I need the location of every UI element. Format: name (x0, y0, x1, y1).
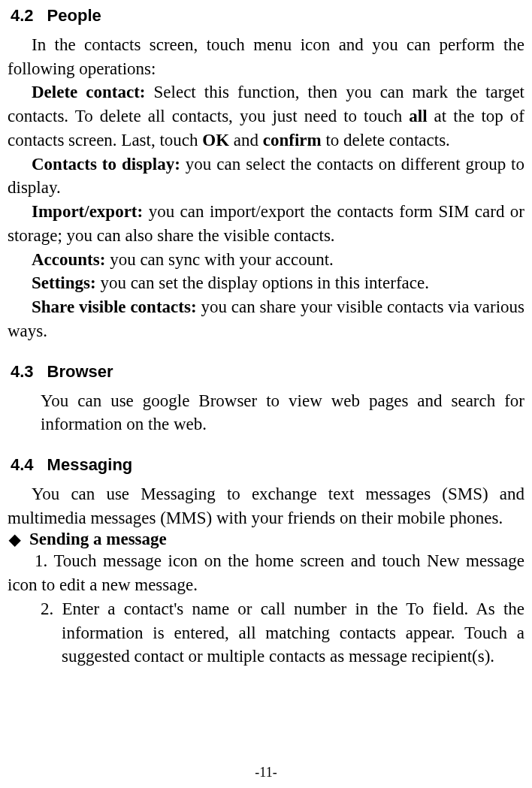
step-2-text: Enter a contact's name or call number in… (62, 599, 524, 666)
import-export-label: Import/export: (32, 202, 143, 221)
settings-paragraph: Settings: you can set the display option… (8, 271, 524, 295)
accounts-label: Accounts: (32, 250, 105, 269)
settings-text: you can set the display options in this … (96, 273, 429, 292)
delete-bold-all: all (409, 107, 427, 125)
section-4-3-title: Browser (47, 362, 113, 381)
section-4-3-number: 4.3 (11, 362, 34, 382)
step-2-paragraph: 2. Enter a contact's name or call number… (8, 597, 524, 669)
settings-label: Settings: (32, 273, 96, 292)
share-visible-paragraph: Share visible contacts: you can share yo… (8, 295, 524, 343)
section-4-2-heading: 4.2People (8, 6, 524, 26)
section-4-2-number: 4.2 (11, 6, 34, 26)
step-1-text: Touch message icon on the home screen an… (8, 551, 524, 594)
section-4-4-heading: 4.4Messaging (8, 455, 524, 475)
share-visible-label: Share visible contacts: (32, 297, 197, 316)
delete-text-4: to delete contacts. (322, 131, 450, 149)
accounts-text: you can sync with your account. (105, 250, 333, 269)
browser-paragraph: You can use google Browser to view web p… (8, 389, 524, 436)
delete-text-3: and (229, 131, 263, 149)
step-1-paragraph: 1. Touch message icon on the home screen… (8, 549, 524, 596)
section-4-3-heading: 4.3Browser (8, 362, 524, 382)
section-4-4-number: 4.4 (11, 455, 34, 475)
contacts-display-paragraph: Contacts to display: you can select the … (8, 152, 524, 200)
import-export-paragraph: Import/export: you can import/export the… (8, 200, 524, 247)
accounts-paragraph: Accounts: you can sync with your account… (8, 248, 524, 272)
section-4-2-intro: In the contacts screen, touch menu icon … (8, 33, 524, 80)
delete-bold-confirm: confirm (263, 131, 322, 149)
section-4-2-title: People (47, 6, 101, 25)
sending-message-heading: ◆ Sending a message (8, 530, 524, 549)
diamond-bullet-icon: ◆ (9, 530, 20, 548)
delete-contact-label: Delete contact: (32, 83, 146, 101)
step-2-prefix: 2. (41, 599, 62, 618)
contacts-display-label: Contacts to display: (32, 155, 180, 174)
sending-message-label: Sending a message (29, 530, 167, 549)
page-number-footer: -11- (0, 765, 532, 780)
messaging-intro: You can use Messaging to exchange text m… (8, 482, 524, 530)
delete-bold-ok: OK (202, 131, 229, 149)
delete-contact-paragraph: Delete contact: Select this function, th… (8, 80, 524, 152)
section-4-4-title: Messaging (47, 455, 133, 474)
step-1-prefix: 1. (35, 551, 53, 570)
